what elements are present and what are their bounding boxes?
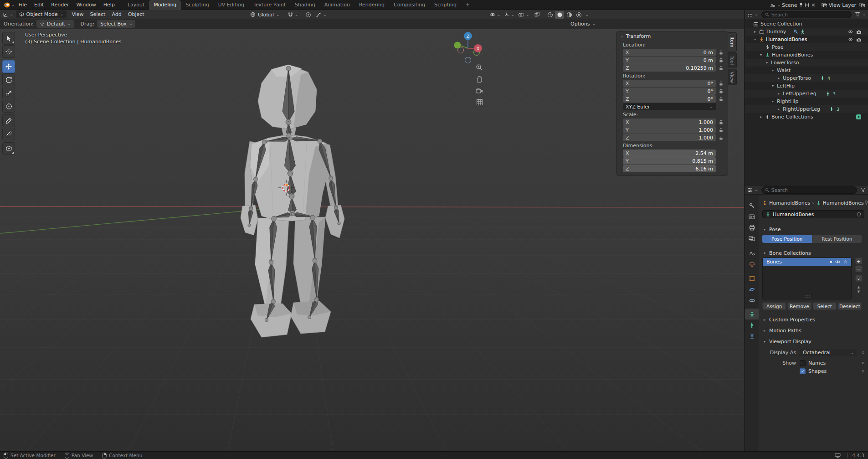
collection-solo-star-icon[interactable]: ☆ — [843, 259, 847, 264]
pan-hand-button[interactable] — [475, 75, 484, 84]
deselect-button[interactable]: Deselect — [838, 302, 862, 310]
tab-bone-constraints[interactable] — [745, 330, 759, 341]
scene-icon[interactable] — [770, 2, 776, 8]
tab-render[interactable] — [745, 211, 759, 222]
expand-icon[interactable]: ▾ — [765, 61, 769, 65]
menu-window[interactable]: Window — [72, 0, 99, 10]
expand-icon[interactable]: ▾ — [759, 53, 763, 57]
motion-paths-section[interactable]: ▸ Motion Paths — [762, 327, 864, 334]
expand-icon[interactable]: ▾ — [770, 99, 775, 103]
properties-editor-icon[interactable] — [747, 187, 753, 193]
ortho-toggle-button[interactable] — [475, 98, 484, 107]
overlays-dropdown[interactable]: ⌄ — [518, 12, 529, 17]
navigation-gizmo[interactable]: Z X — [449, 29, 489, 66]
scale-x-field[interactable]: X1.000 — [623, 119, 716, 126]
tool-scale[interactable] — [2, 87, 15, 99]
dimensions-z-field[interactable]: Z6.16 m — [623, 165, 716, 172]
gizmo-axis-y[interactable] — [454, 42, 461, 49]
tab-output[interactable] — [745, 222, 759, 233]
menu-view[interactable]: View — [68, 10, 87, 19]
shading-dropdown-caret[interactable]: ⌄ — [585, 13, 589, 17]
scale-z-field[interactable]: Z1.000 — [623, 134, 716, 141]
view-layer-name[interactable]: View Layer — [829, 2, 856, 8]
menu-help[interactable]: Help — [100, 0, 118, 10]
rotation-mode-dropdown[interactable]: XYZ Euler⌄ — [623, 103, 716, 110]
lock-icon[interactable] — [719, 81, 723, 86]
outliner-row-waist[interactable]: ▾ Waist — [745, 67, 868, 74]
display-as-dropdown[interactable]: Octahedral ⌄ — [800, 349, 857, 356]
outliner-row-leftupperleg[interactable]: ▸ LeftUpperLeg 3 — [745, 90, 868, 98]
tool-cursor[interactable] — [2, 45, 15, 58]
tab-texture-paint[interactable]: Texture Paint — [249, 0, 290, 10]
outliner-row-dummy[interactable]: ▸ Dummy — [745, 28, 868, 36]
fake-user-shield-icon[interactable] — [857, 212, 861, 217]
dimensions-y-field[interactable]: Y0.815 m — [623, 157, 716, 165]
move-collection-down[interactable]: ▼ — [858, 290, 860, 294]
shading-rendered-button[interactable] — [574, 11, 583, 19]
tab-animation[interactable]: Animation — [320, 0, 354, 10]
lock-icon[interactable] — [719, 97, 723, 102]
rotation-z-field[interactable]: Z0° — [623, 95, 716, 103]
add-collection-button[interactable]: + — [855, 258, 863, 264]
drag-dropdown[interactable]: Select Box ⌄ — [97, 20, 135, 28]
rest-position-button[interactable]: Rest Position — [812, 235, 862, 243]
animate-property-dot[interactable] — [862, 351, 864, 354]
add-view-layer-icon[interactable] — [859, 2, 865, 8]
menu-file[interactable]: File — [15, 0, 31, 10]
location-y-field[interactable]: Y0 m — [623, 57, 716, 64]
move-collection-up[interactable]: ▲ — [858, 285, 860, 289]
outliner-row-scene-collection[interactable]: Scene Collection — [745, 20, 868, 28]
show-hide-dropdown[interactable]: ⌄ — [489, 12, 501, 17]
tab-tool[interactable] — [745, 200, 759, 211]
names-checkbox[interactable] — [800, 360, 806, 366]
hide-eye-icon[interactable] — [847, 30, 853, 34]
outliner-row-lowertorso[interactable]: ▾ LowerTorso — [745, 59, 868, 67]
add-workspace-button[interactable]: + — [461, 0, 474, 10]
outliner-row-rightupperleg[interactable]: ▸ RightUpperLeg 3 — [745, 105, 868, 113]
tab-uv-editing[interactable]: UV Editing — [214, 0, 249, 10]
location-x-field[interactable]: X0 m — [623, 49, 716, 56]
bone-collections-list[interactable]: Bones ☆ :::: — [762, 258, 852, 299]
options-dropdown[interactable]: Options ⌄ — [567, 20, 599, 28]
menu-select[interactable]: Select — [87, 10, 109, 19]
tool-select-box[interactable] — [2, 32, 15, 45]
scene-browse-caret[interactable]: ⌄ — [777, 3, 781, 7]
zoom-button[interactable] — [475, 63, 484, 72]
lock-icon[interactable] — [719, 135, 723, 140]
list-resize-grip[interactable]: :::: — [763, 294, 851, 299]
dimensions-x-field[interactable]: X2.54 m — [623, 150, 716, 157]
pose-section-header[interactable]: ▾ Pose — [762, 226, 864, 233]
bone-collection-solo-badge[interactable] — [856, 114, 862, 120]
properties-mode-caret[interactable]: ⌄ — [755, 188, 758, 192]
lock-icon[interactable] — [719, 66, 723, 71]
tab-rendering[interactable]: Rendering — [354, 0, 389, 10]
pin-icon[interactable] — [799, 2, 803, 8]
bone-collections-section-header[interactable]: ▾ Bone Collections — [762, 249, 864, 257]
collection-specials-menu[interactable]: ⌄ — [855, 275, 863, 282]
view-layer-icon[interactable] — [822, 2, 827, 8]
animate-property-dot[interactable] — [862, 362, 864, 364]
tab-armature-data[interactable] — [745, 309, 759, 320]
expand-icon[interactable]: ▸ — [776, 92, 781, 96]
tab-scripting[interactable]: Scripting — [430, 0, 461, 10]
lock-icon[interactable] — [719, 50, 723, 55]
tab-scene[interactable] — [745, 248, 759, 258]
tab-physics[interactable] — [745, 284, 759, 295]
new-scene-icon[interactable] — [805, 2, 809, 8]
bone-collection-row-bones[interactable]: Bones ☆ — [763, 258, 851, 266]
editor-type-caret[interactable]: ⌄ — [10, 12, 13, 16]
armature-name-field[interactable]: HumanoidBones — [762, 210, 864, 218]
scene-name[interactable]: Scene — [782, 2, 797, 8]
shading-solid-button[interactable] — [555, 11, 564, 19]
lock-icon[interactable] — [719, 128, 723, 133]
tool-rotate[interactable] — [2, 73, 15, 86]
outliner-search[interactable] — [761, 11, 852, 18]
filter-icon[interactable] — [860, 187, 866, 192]
tool-annotate[interactable] — [2, 114, 15, 127]
animate-property-dot[interactable] — [862, 370, 864, 372]
shapes-checkbox[interactable]: ✓ — [800, 368, 806, 374]
remove-collection-button[interactable]: − — [855, 265, 863, 272]
expand-icon[interactable]: ▸ — [753, 30, 757, 34]
expand-icon[interactable]: ▾ — [753, 37, 757, 41]
transform-panel-header[interactable]: ⌄ Transform — [616, 31, 728, 41]
